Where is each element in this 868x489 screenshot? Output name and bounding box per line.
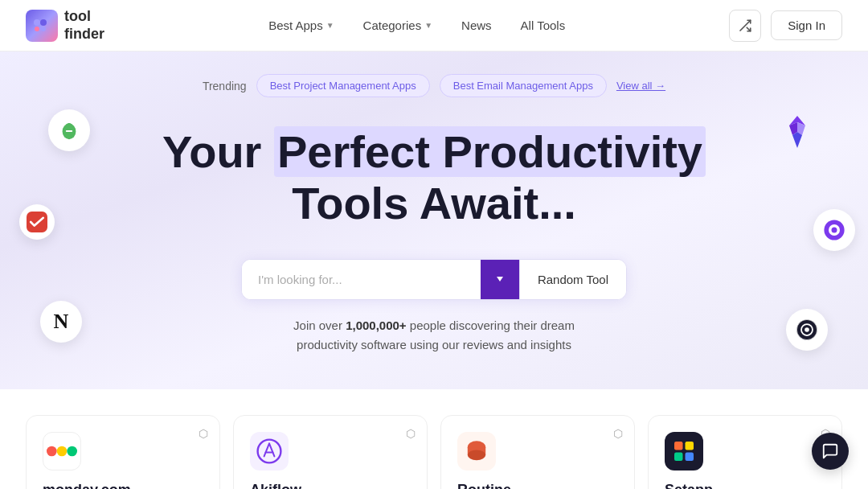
svg-point-0 <box>34 19 40 26</box>
hero-heading: Your Perfect Productivity Tools Await... <box>162 126 706 230</box>
card-routine[interactable]: ⬡ Routine Daily Planner App <box>440 415 635 489</box>
svg-point-17 <box>47 446 57 457</box>
svg-point-3 <box>41 27 46 31</box>
chat-bubble-button[interactable] <box>812 433 849 470</box>
notion-icon: N <box>40 301 82 343</box>
card-monday[interactable]: ⬡ monday.com All Round for Teams <box>26 415 220 489</box>
svg-point-7 <box>66 123 72 131</box>
navbar: toolfinder Best Apps ▼ Categories ▼ News… <box>0 0 868 51</box>
trending-tag-email[interactable]: Best Email Management Apps <box>440 74 607 97</box>
chakra-icon <box>775 109 820 154</box>
nav-best-apps[interactable]: Best Apps ▼ <box>257 12 345 39</box>
circle-icon <box>786 309 828 351</box>
setapp-logo <box>665 432 703 471</box>
svg-rect-26 <box>674 453 683 462</box>
trending-bar: Trending Best Project Management Apps Be… <box>203 74 665 97</box>
hero-subtext: Join over 1,000,000+ people discovering … <box>293 316 575 355</box>
svg-point-23 <box>468 450 485 460</box>
card-name: Routine <box>457 482 618 489</box>
search-bar: Random Tool <box>241 259 627 300</box>
akiflow-logo <box>250 432 289 471</box>
view-all-link[interactable]: View all → <box>616 80 665 92</box>
trending-label: Trending <box>203 80 247 92</box>
card-name: Setapp <box>665 482 825 489</box>
logo-icon <box>26 10 58 42</box>
nav-all-tools[interactable]: All Tools <box>510 12 577 39</box>
chevron-down-icon: ▼ <box>326 21 334 30</box>
trending-tag-project[interactable]: Best Project Management Apps <box>256 74 430 97</box>
search-input[interactable] <box>242 260 481 299</box>
external-link-icon: ⬡ <box>613 427 623 440</box>
svg-point-18 <box>57 446 68 457</box>
search-dropdown-button[interactable] <box>481 260 519 299</box>
monday-logo <box>43 432 81 471</box>
cards-section: ⬡ monday.com All Round for Teams ⬡ Akifl… <box>0 389 868 489</box>
random-tool-button[interactable]: Random Tool <box>519 260 626 299</box>
todoist-icon <box>19 204 55 240</box>
hero-section: N Trending Best Project Management Apps … <box>0 51 868 389</box>
signin-button[interactable]: Sign In <box>771 10 842 40</box>
svg-rect-8 <box>66 130 72 132</box>
card-name: monday.com <box>43 482 203 489</box>
prose-icon <box>813 209 855 251</box>
shuffle-button[interactable] <box>729 10 761 42</box>
chevron-down-icon: ▼ <box>424 21 432 30</box>
svg-point-1 <box>35 27 39 31</box>
svg-point-19 <box>67 446 77 457</box>
svg-rect-27 <box>686 453 694 462</box>
svg-marker-16 <box>497 277 503 281</box>
card-akiflow[interactable]: ⬡ Akiflow Tasks & Calendar <box>233 415 428 489</box>
nav-categories[interactable]: Categories ▼ <box>352 12 444 39</box>
svg-point-2 <box>40 19 47 26</box>
logo-text: toolfinder <box>64 8 104 43</box>
svg-rect-25 <box>686 442 694 450</box>
card-name: Akiflow <box>250 482 411 489</box>
cards-grid: ⬡ monday.com All Round for Teams ⬡ Akifl… <box>26 415 842 489</box>
nav-links: Best Apps ▼ Categories ▼ News All Tools <box>257 12 576 39</box>
external-link-icon: ⬡ <box>406 427 416 440</box>
nav-news[interactable]: News <box>450 12 503 39</box>
evernote-icon <box>48 109 90 151</box>
logo[interactable]: toolfinder <box>26 8 104 43</box>
external-link-icon: ⬡ <box>199 427 208 440</box>
svg-point-15 <box>805 327 809 332</box>
nav-right: Sign In <box>729 10 842 42</box>
svg-rect-24 <box>674 442 683 450</box>
highlight-word: Perfect Productivity <box>274 126 706 177</box>
svg-point-12 <box>832 228 837 233</box>
routine-logo <box>457 432 496 471</box>
